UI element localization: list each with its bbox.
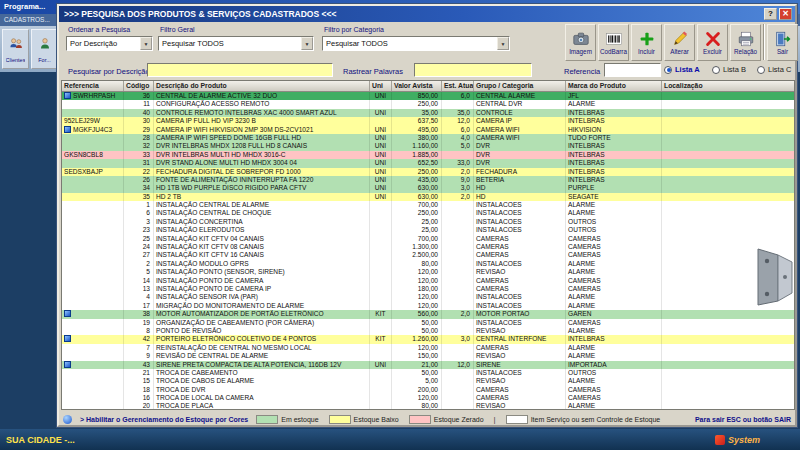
lista-b-radio[interactable]: Lista B — [712, 65, 746, 74]
table-row[interactable]: 28CAMERA IP WIFI SPEED DOME 16GB FULL HD… — [62, 134, 794, 142]
table-row[interactable]: 19ORGANIZAÇÃO DE CABEAMENTO (POR CÂMERA)… — [62, 319, 794, 327]
dialog-titlebar[interactable]: >>> PESQUISA DOS PRODUTOS & SERVIÇOS CAD… — [59, 6, 795, 22]
grid-header: ReferenciaCódigoDescrição do ProdutoUniV… — [62, 81, 794, 92]
order-filter-select[interactable]: Por Descrição ▼ — [66, 36, 153, 51]
cell-loc — [662, 235, 794, 243]
cell-cod: 26 — [124, 176, 154, 184]
cell-cod: 24 — [124, 243, 154, 251]
cell-desc: INSTALAÇÃO KIT CFTV 08 CANAIS — [154, 243, 370, 251]
screen: Programa... CADASTROS... Clientes For...… — [0, 0, 800, 450]
table-row[interactable]: 26FONTE DE ALIMENTAÇÃO ININTERRUPTA FA 1… — [62, 176, 794, 184]
table-row[interactable]: 952LEJ29W30CAMERA IP FULL HD VIP 3230 B6… — [62, 117, 794, 125]
column-header[interactable]: Valor Avista — [392, 81, 442, 91]
column-header[interactable]: Grupo / Categoria — [474, 81, 566, 91]
cell-ref: 952LEJ29W — [62, 117, 124, 125]
lista-a-radio[interactable]: Lista A — [664, 65, 700, 74]
imagem-button-label: Imagem — [569, 48, 592, 55]
products-grid[interactable]: ReferenciaCódigoDescrição do ProdutoUniV… — [61, 80, 795, 410]
table-row[interactable]: 6INSTALAÇÃO CENTRAL DE CHOQUE250,00INSTA… — [62, 209, 794, 217]
table-row[interactable]: 15TROCA DE CABOS DE ALARME5,00REVISAOALA… — [62, 377, 794, 385]
table-row[interactable]: 11CONFIGURAÇÃO ACESSO REMOTO250,00CENTRA… — [62, 100, 794, 108]
reference-input[interactable] — [604, 63, 661, 77]
cell-est: 4,0 — [442, 134, 474, 142]
menu-item-cadastros[interactable]: CADASTROS... — [4, 16, 50, 23]
column-header[interactable]: Referencia — [62, 81, 124, 91]
cell-est — [442, 319, 474, 327]
fornecedores-button[interactable]: For... — [31, 29, 58, 69]
excluir-button[interactable]: Excluir — [697, 24, 728, 61]
legend-label: Estoque Baixo — [354, 416, 399, 423]
table-row[interactable]: 2INSTALAÇÃO MODULO GPRS80,00INSTALACOESA… — [62, 260, 794, 268]
table-row[interactable]: 43SIRENE PRETA COMPACTA DE ALTA POTÊNCIA… — [62, 361, 794, 369]
search-description-input[interactable] — [147, 63, 333, 77]
table-row[interactable]: 31DVR STAND ALONE MULTI HD MHDX 3004 04U… — [62, 159, 794, 167]
table-row[interactable]: GKSN8CBL833DVR INTELBRAS MULTI HD MHDX 3… — [62, 151, 794, 159]
alterar-button[interactable]: Alterar — [664, 24, 695, 61]
table-row[interactable]: 18TROCA DE DVR200,00CAMERASCAMERAS — [62, 386, 794, 394]
cell-marca: INTELBRAS — [566, 168, 662, 176]
column-header[interactable]: Localização — [662, 81, 794, 91]
table-row[interactable]: 27INSTALAÇÃO KIT CFTV 16 CANAIS2.500,00C… — [62, 251, 794, 259]
sair-button[interactable]: Sair — [767, 24, 798, 61]
cell-est — [442, 235, 474, 243]
table-row[interactable]: 3INSTALAÇÃO CONCERTINA25,00INSTALACOESOU… — [62, 218, 794, 226]
column-header[interactable]: Código — [124, 81, 154, 91]
table-row[interactable]: 14INSTALAÇÃO PONTO DE CAMERA120,00CAMERA… — [62, 277, 794, 285]
column-header[interactable]: Est. Atual — [442, 81, 474, 91]
chevron-down-icon[interactable]: ▼ — [301, 37, 313, 50]
table-row[interactable]: SWRHRPASH36CENTRAL DE ALARME ACTIVE 32 D… — [62, 92, 794, 100]
table-row[interactable]: SEDSXBAJP22FECHADURA DIGITAL DE SOBREPOR… — [62, 168, 794, 176]
table-row[interactable]: 7REINSTALAÇÃO DE CENTRAL NO MESMO LOCAL1… — [62, 344, 794, 352]
table-row[interactable]: 25INSTALAÇÃO KIT CFTV 04 CANAIS700,00CAM… — [62, 235, 794, 243]
cell-ref — [62, 361, 124, 369]
stock-legend: > Habilitar o Gerenciamento do Estoque p… — [63, 411, 791, 427]
table-row[interactable]: 8PONTO DE REVISÃO50,00REVISAOALARME — [62, 327, 794, 335]
codbarra-button[interactable]: CodBarra — [598, 24, 629, 61]
cell-est — [442, 352, 474, 360]
cell-grupo: CONTROLE — [474, 109, 566, 117]
cell-cod: 19 — [124, 319, 154, 327]
table-row[interactable]: 40CONTROLE REMOTO INTELBRAS XAC 4000 SMA… — [62, 109, 794, 117]
column-header[interactable]: Uni — [370, 81, 392, 91]
help-button[interactable]: ? — [764, 8, 777, 20]
imagem-button[interactable]: Imagem — [565, 24, 596, 61]
table-row[interactable]: MGKFJU4C329CAMERA IP WIFI HIKVISION 2MP … — [62, 126, 794, 134]
table-row[interactable]: 13INSTALAÇÃO PONTO DE CAMERA IP180,00CAM… — [62, 285, 794, 293]
table-row[interactable]: 17MIGRAÇÃO DO MONITORAMENTO DE ALARME120… — [62, 302, 794, 310]
table-row[interactable]: 24INSTALAÇÃO KIT CFTV 08 CANAIS1.300,00C… — [62, 243, 794, 251]
table-row[interactable]: 9REVISÃO DE CENTRAL DE ALARME150,00REVIS… — [62, 352, 794, 360]
table-row[interactable]: 34HD 1TB WD PURPLE DISCO RIGIDO PARA CFT… — [62, 184, 794, 192]
clientes-button[interactable]: Clientes — [2, 29, 29, 69]
table-row[interactable]: 23INSTALAÇÃO ELERODUTOS25,00INSTALACOESO… — [62, 226, 794, 234]
track-words-input[interactable] — [414, 63, 532, 77]
table-row[interactable]: 35HD 2 TBUNI630,002,0HDSEAGATE — [62, 193, 794, 201]
table-row[interactable]: 5INSTALAÇÃO PONTO (SENSOR, SIRENE)120,00… — [62, 268, 794, 276]
table-row[interactable]: 16TROCA DE LOCAL DA CAMERA120,00CAMERASC… — [62, 394, 794, 402]
blue-sphere-icon[interactable] — [63, 415, 72, 424]
lista-c-radio[interactable]: Lista C — [757, 65, 791, 74]
cell-uni: KIT — [370, 310, 392, 318]
chevron-down-icon[interactable]: ▼ — [140, 37, 152, 50]
category-filter-select[interactable]: Pesquisar TODOS ▼ — [322, 36, 510, 51]
chevron-down-icon[interactable]: ▼ — [497, 37, 509, 50]
column-header[interactable]: Descrição do Produto — [154, 81, 370, 91]
relacao-button[interactable]: Relação — [730, 24, 761, 61]
cell-valor: 25,00 — [392, 218, 442, 226]
column-header[interactable]: Marca do Produto — [566, 81, 662, 91]
table-row[interactable]: 20TROCA DE PLACA80,00REVISAOALARME — [62, 402, 794, 410]
table-row[interactable]: 4INSTALAÇÃO SENSOR IVA (PAR)120,00INSTAL… — [62, 293, 794, 301]
incluir-button[interactable]: Incluir — [631, 24, 662, 61]
cell-uni — [370, 327, 392, 335]
cell-desc: CONFIGURAÇÃO ACESSO REMOTO — [154, 100, 370, 108]
table-row[interactable]: 38MOTOR AUTOMATIZADOR DE PORTÃO ELETRÔNI… — [62, 310, 794, 318]
table-row[interactable]: 42PORTEIRO ELETRÔNICO COLETIVO DE 4 PONT… — [62, 335, 794, 343]
cell-grupo: CENTRAL ALARME — [474, 92, 566, 100]
toolbar-separator — [763, 24, 765, 60]
general-filter-select[interactable]: Pesquisar TODOS ▼ — [158, 36, 314, 51]
close-button[interactable]: ✕ — [779, 8, 792, 20]
general-filter-label: Filtro Geral — [160, 26, 195, 33]
table-row[interactable]: 32DVR INTELBRAS MHDX 1208 FULL HD 8 CANA… — [62, 142, 794, 150]
cell-marca: INTELBRAS — [566, 176, 662, 184]
table-row[interactable]: 21TROCA DE CABEAMENTO50,00INSTALACOESOUT… — [62, 369, 794, 377]
table-row[interactable]: 1INSTALAÇÃO CENTRAL DE ALARME700,00INSTA… — [62, 201, 794, 209]
